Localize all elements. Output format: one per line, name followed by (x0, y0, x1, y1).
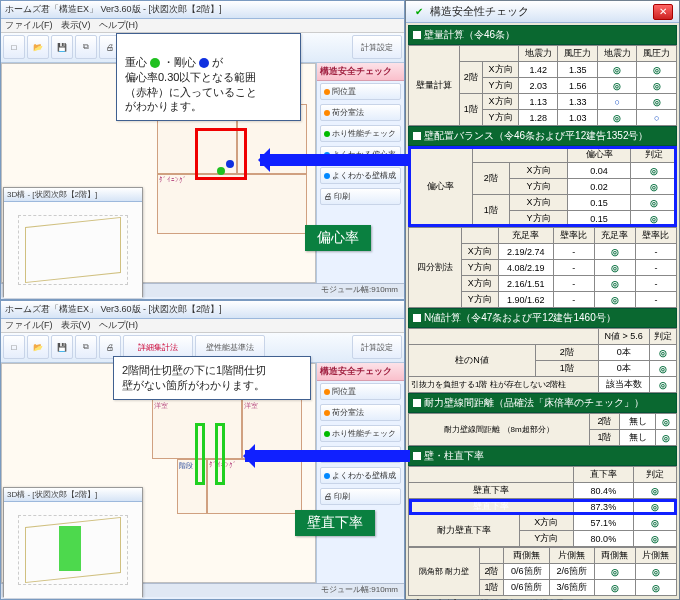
structural-safety-panel: ✔ 構造安全性チェック ✕ 壁量計算（令46条） 壁量計算 地震力風圧力地震力風… (405, 0, 680, 600)
menubar-bottom: ファイル(F) 表示(V) ヘルプ(H) (1, 319, 404, 333)
col-header: 地震力 (597, 46, 637, 62)
row-group-label: 四分割法 (409, 228, 462, 308)
sidebar-label: 問位置 (332, 386, 356, 397)
menu-help[interactable]: ヘルプ(H) (99, 319, 139, 332)
blue-dot-icon (199, 58, 209, 68)
toolbar-open[interactable]: 📂 (27, 335, 49, 359)
cell: 57.1% (573, 515, 633, 531)
col-header: 壁率比 (553, 228, 594, 244)
toolbar-copy[interactable]: ⧉ (75, 335, 97, 359)
row-label: 壁直下率 (409, 483, 574, 499)
cell: ◎ (633, 515, 676, 531)
cell: ◎ (649, 345, 676, 361)
sidebar-item-5[interactable]: よくわかる壁構成 (320, 167, 401, 184)
col-header: 風圧力 (637, 46, 677, 62)
sidebar-item-3[interactable]: ホり性能チェック (320, 425, 401, 442)
green-mark-1 (195, 423, 205, 485)
sidebar-item-1[interactable]: 問位置 (320, 83, 401, 100)
frame3d-icon (18, 515, 128, 585)
col-header: 偏心率 (567, 147, 631, 163)
toolbar-save[interactable]: 💾 (51, 35, 73, 59)
cell: 該当本数 (598, 377, 649, 393)
toolbar-save[interactable]: 💾 (51, 335, 73, 359)
row-label: 柱のN値 (409, 345, 536, 377)
section-chokka[interactable]: 壁・柱直下率 (408, 446, 677, 466)
sidebar-print[interactable]: 🖨印刷 (320, 488, 401, 505)
cell: 無し (620, 414, 656, 430)
table-guukaku: 隅角部 耐力壁両側無片側無両側無片側無 2階0/6箇所2/6箇所◎◎ 1階0/6… (408, 547, 677, 596)
cell: X方向 (519, 515, 573, 531)
sub-3d-top[interactable]: 3D構 - [状図次郎【2階】] (3, 187, 143, 297)
cell: ◎ (633, 483, 676, 499)
toolbar-new[interactable]: □ (3, 35, 25, 59)
panel-titlebar: ✔ 構造安全性チェック ✕ (406, 1, 679, 23)
table-henshin: 偏心率 偏心率判定 2階X方向0.04◎ Y方向0.02◎ 1階X方向0.15◎… (408, 146, 677, 227)
col-header: 壁率比 (635, 228, 676, 244)
menu-view[interactable]: 表示(V) (61, 19, 91, 32)
sidebar-item-2[interactable]: 荷分室法 (320, 104, 401, 121)
green-dot-icon (150, 58, 160, 68)
red-frame-marker (195, 128, 247, 180)
row-label: 耐力壁直下率 (409, 515, 520, 547)
col-header: 風圧力 (558, 46, 598, 62)
section-hekiryo[interactable]: 壁量計算（令46条） (408, 25, 677, 45)
cad-titlebar-top: ホームズ君「構造EX」 Ver3.60版 - [状図次郎【2階】] (1, 1, 404, 19)
sidebar-item-2[interactable]: 荷分室法 (320, 404, 401, 421)
cell: 80.4% (573, 483, 633, 499)
sidebar-label: 問位置 (332, 86, 356, 97)
menu-file[interactable]: ファイル(F) (5, 19, 53, 32)
toolbar-open[interactable]: 📂 (27, 35, 49, 59)
section-label: 耐力壁線間距離（品確法「床倍率のチェック」） (424, 396, 644, 410)
cell: ◎ (633, 531, 676, 547)
sidebar-item-3[interactable]: ホり性能チェック (320, 125, 401, 142)
toolbar-settings[interactable]: 計算設定 (352, 335, 402, 359)
table-taishin: 耐力壁線間距離 （8m超部分）2階無し◎ 1階無し◎ (408, 413, 677, 446)
row-label: 引抜力を負担する1階 柱が存在しない2階柱 (409, 377, 599, 393)
check-sidebar-bottom: 構造安全チェック 問位置 荷分室法 ホり性能チェック よくわかる偏心率 よくわか… (316, 363, 404, 583)
toolbar-new[interactable]: □ (3, 335, 25, 359)
section-balance[interactable]: 壁配置バランス（令46条および平12建告1352号） (408, 126, 677, 146)
sidebar-item-5[interactable]: よくわかる壁構成 (320, 467, 401, 484)
frame3d-icon (18, 215, 128, 285)
menu-file[interactable]: ファイル(F) (5, 319, 53, 332)
toolbar-copy[interactable]: ⧉ (75, 35, 97, 59)
cell: 80.0% (573, 531, 633, 547)
col-header: 充足率 (594, 228, 635, 244)
col-header: 片側無 (549, 548, 594, 564)
section-taishin[interactable]: 耐力壁線間距離（品確法「床倍率のチェック」） (408, 393, 677, 413)
sidebar-title: 構造安全チェック (317, 363, 404, 381)
col-header: 判定 (631, 147, 677, 163)
sidebar-print[interactable]: 🖨印刷 (320, 188, 401, 205)
cell: 0本 (598, 361, 649, 377)
annotation-top: 重心 ・剛心 が偏心率0.30以下となる範囲（赤枠）に入っていることがわかります… (116, 33, 301, 121)
section-nvalue[interactable]: N値計算（令47条および平12建告1460号） (408, 308, 677, 328)
col-header: 直下率 (573, 467, 633, 483)
col-header: 判定 (649, 329, 676, 345)
window-title: ホームズ君「構造EX」 Ver3.60版 - [状図次郎【2階】] (5, 3, 222, 16)
menu-help[interactable]: ヘルプ(H) (99, 19, 139, 32)
cell: ◎ (649, 361, 676, 377)
col-header: 地震力 (518, 46, 558, 62)
check-icon: ✔ (412, 5, 426, 19)
table-hekiryo: 壁量計算 地震力風圧力地震力風圧力 2階X方向1.421.35◎◎ Y方向2.0… (408, 45, 677, 126)
close-button[interactable]: ✕ (653, 4, 673, 20)
toolbar-settings[interactable]: 計算設定 (352, 35, 402, 59)
cell: 1階 (589, 430, 619, 446)
row-group-label: 壁量計算 (409, 46, 460, 126)
col-header: N値 > 5.6 (598, 329, 649, 345)
section-label: 壁配置バランス（令46条および平12建告1352号） (424, 129, 649, 143)
sidebar-label: ホり性能チェック (332, 128, 396, 139)
cell: ◎ (633, 499, 676, 515)
cell: Y方向 (519, 531, 573, 547)
col-header: 充足率 (498, 228, 553, 244)
cell: 無し (620, 430, 656, 446)
sub-3d-bottom[interactable]: 3D構 - [状図次郎【2階】] (3, 487, 143, 597)
sidebar-item-1[interactable]: 問位置 (320, 383, 401, 400)
table-shibun: 四分割法 充足率壁率比充足率壁率比 X方向2.19/2.74-◎- Y方向4.0… (408, 227, 677, 308)
section-label: 壁・柱直下率 (424, 449, 484, 463)
col-header: 両側無 (595, 548, 636, 564)
menu-view[interactable]: 表示(V) (61, 319, 91, 332)
highlighted-row: 壁直下率87.3%◎ (409, 499, 677, 515)
col-header: 両側無 (504, 548, 549, 564)
col-header: 判定 (633, 467, 676, 483)
